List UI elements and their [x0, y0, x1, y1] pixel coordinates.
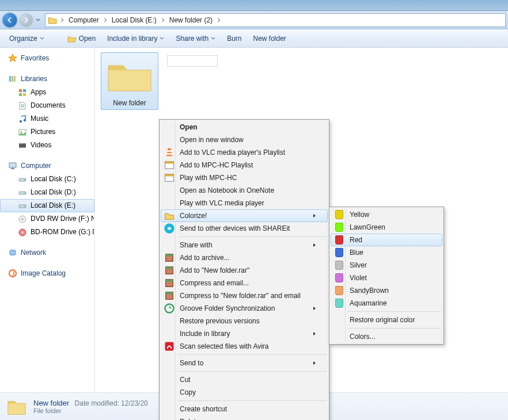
organize-button[interactable]: Organize [5, 32, 49, 45]
nav-lib-pictures[interactable]: Pictures [0, 125, 94, 139]
drive-icon [18, 175, 27, 184]
shareit-icon [164, 223, 175, 234]
svg-rect-13 [19, 143, 26, 144]
context-menu: Open Open in new window Add to VLC media… [159, 119, 329, 420]
color-option-label: Violet [350, 274, 431, 282]
ctx-restore-previous[interactable]: Restore previous versions [161, 315, 328, 327]
breadcrumb-separator[interactable] [58, 14, 66, 26]
include-in-library-button[interactable]: Include in library [103, 32, 169, 45]
svg-rect-14 [19, 147, 26, 148]
nav-network[interactable]: Network [0, 247, 94, 259]
ctx-mpc-playlist[interactable]: Add to MPC-HC Playlist [161, 159, 328, 171]
ctx-add-archive[interactable]: Add to archive... [161, 251, 328, 264]
color-more-colors[interactable]: Colors... [331, 330, 442, 343]
nav-image-catalog[interactable]: Image Catalog [0, 268, 94, 280]
nav-network-label: Network [21, 249, 46, 257]
color-option-sandybrown[interactable]: SandyBrown [331, 284, 442, 297]
folder-swatch-icon [333, 285, 345, 296]
details-type: File folder [33, 407, 148, 414]
svg-rect-31 [166, 153, 172, 155]
ctx-create-shortcut[interactable]: Create shortcut [161, 403, 328, 415]
colorize-submenu: YellowLawnGreenRedBlueSilverVioletSandyB… [329, 207, 444, 345]
nav-history-dropdown[interactable] [35, 13, 41, 27]
color-option-red[interactable]: Red [331, 234, 442, 246]
nav-drive-dvd[interactable]: DVD RW Drive (F:) N [0, 212, 94, 226]
navigation-pane: Favorites Libraries Apps Documents Music… [0, 48, 95, 392]
ctx-compress-email[interactable]: Compress and email... [161, 277, 328, 289]
ctx-delete[interactable]: Delete [161, 415, 328, 420]
file-thumb-icon [167, 55, 218, 67]
file-item-folder[interactable]: New folder [101, 52, 158, 110]
color-option-label: Aquamarine [350, 299, 431, 307]
color-restore-original[interactable]: Restore original color [331, 314, 442, 326]
nav-favorites[interactable]: Favorites [0, 52, 94, 65]
nav-lib-apps[interactable]: Apps [0, 86, 94, 99]
breadcrumb-separator[interactable] [101, 14, 109, 26]
nav-forward-button[interactable] [18, 13, 33, 28]
share-with-button[interactable]: Share with [171, 32, 220, 45]
color-option-blue[interactable]: Blue [331, 246, 442, 259]
nav-item-label: Videos [31, 140, 51, 150]
svg-rect-3 [14, 76, 16, 82]
color-option-lawngreen[interactable]: LawnGreen [331, 221, 442, 234]
breadcrumb-separator[interactable] [159, 14, 167, 26]
breadcrumb-item[interactable]: Local Disk (E:) [109, 14, 159, 26]
chevron-down-icon [211, 35, 215, 43]
chevron-right-icon [312, 306, 317, 311]
svg-point-8 [20, 120, 22, 122]
ctx-send-to[interactable]: Send to [161, 357, 328, 369]
color-option-yellow[interactable]: Yellow [331, 208, 442, 221]
mpc-icon [164, 159, 175, 171]
chevron-right-icon [312, 213, 317, 218]
nav-drive-bdrom[interactable]: BD-ROM Drive (G:) D [0, 226, 94, 239]
file-item[interactable] [164, 52, 218, 73]
nav-drive-e[interactable]: Local Disk (E:) [0, 199, 94, 212]
new-folder-button[interactable]: New folder [249, 32, 291, 45]
folder-swatch-icon [333, 247, 345, 258]
breadcrumb-separator[interactable] [215, 14, 223, 26]
ctx-colorize[interactable]: Colorize! [161, 209, 328, 222]
nav-item-label: DVD RW Drive (F:) N [31, 214, 94, 224]
ctx-shareit[interactable]: Send to other devices with SHAREit [161, 222, 328, 235]
share-label: Share with [176, 35, 208, 43]
svg-point-26 [22, 231, 24, 233]
ctx-cut[interactable]: Cut [161, 373, 328, 386]
ctx-open-new-window[interactable]: Open in new window [161, 133, 328, 146]
nav-lib-videos[interactable]: Videos [0, 139, 94, 152]
ctx-add-rar[interactable]: Add to "New folder.rar" [161, 264, 328, 277]
ctx-open[interactable]: Open [161, 121, 328, 133]
computer-icon [8, 161, 17, 170]
nav-lib-documents[interactable]: Documents [0, 99, 94, 112]
videos-icon [18, 141, 27, 150]
ctx-mpc-play[interactable]: Play with MPC-HC [161, 171, 328, 184]
folder-open-icon [67, 34, 77, 43]
nav-lib-music[interactable]: Music [0, 112, 94, 125]
ctx-copy[interactable]: Copy [161, 386, 328, 399]
ctx-vlc-playlist[interactable]: Add to VLC media player's Playlist [161, 146, 328, 159]
nav-libraries[interactable]: Libraries [0, 73, 94, 86]
ctx-compress-rar-email[interactable]: Compress to "New folder.rar" and email [161, 289, 328, 302]
nav-computer[interactable]: Computer [0, 160, 94, 173]
ctx-avira-scan[interactable]: Scan selected files with Avira [161, 340, 328, 353]
svg-rect-15 [9, 163, 16, 167]
ctx-share-with[interactable]: Share with [161, 239, 328, 251]
main-area: Favorites Libraries Apps Documents Music… [0, 48, 508, 392]
nav-drive-c[interactable]: Local Disk (C:) [0, 173, 94, 186]
breadcrumb-item[interactable]: Computer [66, 14, 101, 26]
nav-libraries-label: Libraries [21, 75, 47, 83]
ctx-onenote[interactable]: Open as Notebook in OneNote [161, 184, 328, 197]
open-button[interactable]: Open [63, 32, 100, 45]
breadcrumb-item[interactable]: New folder (2) [167, 14, 215, 26]
svg-point-29 [9, 270, 16, 277]
svg-rect-44 [166, 292, 173, 295]
ctx-groove-sync[interactable]: Groove Folder Synchronization [161, 302, 328, 315]
breadcrumb[interactable]: Computer Local Disk (E:) New folder (2) [45, 13, 506, 27]
color-option-silver[interactable]: Silver [331, 259, 442, 272]
nav-drive-d[interactable]: Local Disk (D:) [0, 186, 94, 199]
burn-button[interactable]: Burn [222, 32, 246, 45]
ctx-vlc-play[interactable]: Play with VLC media player [161, 197, 328, 209]
ctx-include-library[interactable]: Include in library [161, 327, 328, 340]
color-option-violet[interactable]: Violet [331, 272, 442, 284]
color-option-aquamarine[interactable]: Aquamarine [331, 297, 442, 310]
nav-back-button[interactable] [2, 13, 17, 28]
